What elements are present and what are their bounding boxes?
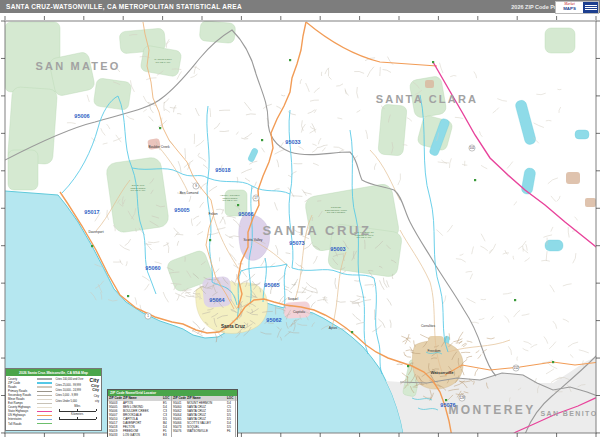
city-label: Soquel — [288, 297, 299, 301]
legend-city-size-label: Cities Under 5,000 — [56, 400, 77, 403]
map-title: SANTA CRUZ-WATSONVILLE, CA METROPOLITAN … — [6, 3, 242, 10]
scale-bar-kilometers: Kilometers — [56, 413, 100, 420]
legend-city-size-label: Cities 100,000 and Over — [56, 378, 84, 381]
zip-table-cell: LOS GATOS — [122, 433, 162, 437]
zip-code-label: 95006 — [74, 113, 89, 119]
city-label: Freedom — [427, 349, 440, 353]
park-label: STATE FOREST — [327, 211, 346, 214]
zip-code-label: 95064 — [209, 297, 225, 303]
city-label: Scotts Valley — [244, 238, 263, 242]
zip-code-label: 95066 — [238, 211, 253, 217]
legend-item: Toll Roads — [8, 422, 52, 426]
logo-badge — [583, 2, 598, 13]
city-label: Santa Cruz — [221, 324, 246, 329]
legend-item-swatch — [37, 386, 52, 387]
legend-city-size-label: Cities 10,000 - 24,999 — [56, 389, 81, 392]
zip-table-cell — [186, 433, 226, 437]
zip-table-cell — [172, 433, 186, 437]
legend-city-size-sample: City — [94, 394, 99, 398]
title-bar: SANTA CRUZ-WATSONVILLE, CA METROPOLITAN … — [0, 0, 600, 13]
zip-code-label: 95062 — [266, 317, 281, 323]
city-label: Ben Lomond — [180, 191, 199, 195]
legend-item-swatch — [37, 399, 52, 400]
highway-shield-number: 101 — [469, 146, 474, 150]
legend-item-label: Toll Roads — [8, 422, 22, 426]
city-label: Watsonville — [430, 370, 454, 375]
county-label: MONTEREY — [448, 403, 535, 417]
county-label: SAN MATEO — [36, 60, 121, 72]
county-label: SAN BENITO — [540, 410, 597, 417]
legend-city-size-label: Cities 25,000 - 99,999 — [56, 384, 81, 387]
publisher-logo: Market MAPS — [555, 1, 599, 14]
zip-code-label: 95018 — [215, 167, 230, 173]
legend-city-sizes: Cities 100,000 and OverCityCities 25,000… — [54, 376, 102, 426]
legend-title: 2026 Santa Cruz-Watsonville, CA MSA Map — [6, 369, 101, 376]
zip-table-grid: ZIP CodeZIP NameLOCZIP CodeZIP NameLOC95… — [108, 396, 237, 437]
legend-item-swatch — [37, 378, 52, 379]
highway-shield-number: 129 — [459, 396, 464, 400]
park-label: STATE PARK — [222, 199, 237, 202]
city-label: Corralitos — [421, 324, 435, 328]
city-label: Aptos — [329, 326, 338, 330]
legend-city-size-sample: City — [91, 383, 99, 388]
zip-code-label: 95003 — [330, 246, 345, 252]
legend-item-swatch — [37, 423, 52, 424]
zip-code-label: 95017 — [84, 209, 99, 215]
zip-table-cell: 95033 — [108, 433, 122, 437]
map-page: BIG BASINREDWOODSSTATE PARKCASTLE ROCKST… — [0, 0, 600, 437]
legend-city-size-label: Cities 5,000 - 9,999 — [56, 394, 79, 397]
map-legend: 2026 Santa Cruz-Watsonville, CA MSA Map … — [5, 368, 102, 431]
legend-item-swatch — [37, 391, 52, 392]
legend-item-swatch — [37, 395, 52, 396]
highway-shield-number: 152 — [513, 366, 518, 370]
legend-item-swatch — [37, 407, 52, 408]
city-label: Capitola — [293, 310, 305, 314]
legend-item-swatch — [37, 419, 52, 420]
legend-item-swatch — [37, 403, 52, 404]
zip-code-table: ZIP Code Name/Grid Locator ZIP CodeZIP N… — [107, 389, 238, 437]
park-label: STATE PARK — [130, 189, 145, 192]
zip-table-cell — [226, 433, 236, 437]
county-label: SANTA CLARA — [376, 93, 478, 105]
zip-code-label: 95005 — [174, 207, 189, 213]
legend-item-swatch — [37, 382, 52, 383]
zip-code-label: 95073 — [289, 240, 304, 246]
zip-code-label: 95076 — [440, 402, 455, 408]
city-label: Davenport — [88, 230, 103, 234]
legend-item-swatch — [37, 411, 52, 412]
legend-item-swatch — [37, 415, 52, 416]
legend-city-size-row: Cities Under 5,000city — [56, 399, 100, 404]
county-label: SANTA CRUZ — [262, 223, 371, 238]
scale-bar-miles: Miles — [56, 405, 100, 412]
zip-code-label: 95060 — [145, 265, 160, 271]
legend-city-size-sample: city — [95, 400, 99, 403]
zip-table-row: 95033LOS GATOSE3 — [108, 433, 237, 437]
highway-shield-number: 17 — [254, 196, 258, 200]
city-label: Boulder Creek — [148, 145, 169, 149]
legend-line-items: CountyZIP CodeRoadsPrimary RoadsSecondar… — [6, 376, 54, 426]
logo-wordmark: Market MAPS — [556, 2, 583, 13]
zip-code-label: 95065 — [264, 282, 279, 288]
zip-table-cell: E3 — [162, 433, 172, 437]
legend-city-size-sample: City — [92, 388, 99, 392]
zip-code-label: 95033 — [285, 139, 300, 145]
city-label: Felton — [208, 212, 217, 216]
park-label: STATE PARK — [155, 61, 170, 64]
